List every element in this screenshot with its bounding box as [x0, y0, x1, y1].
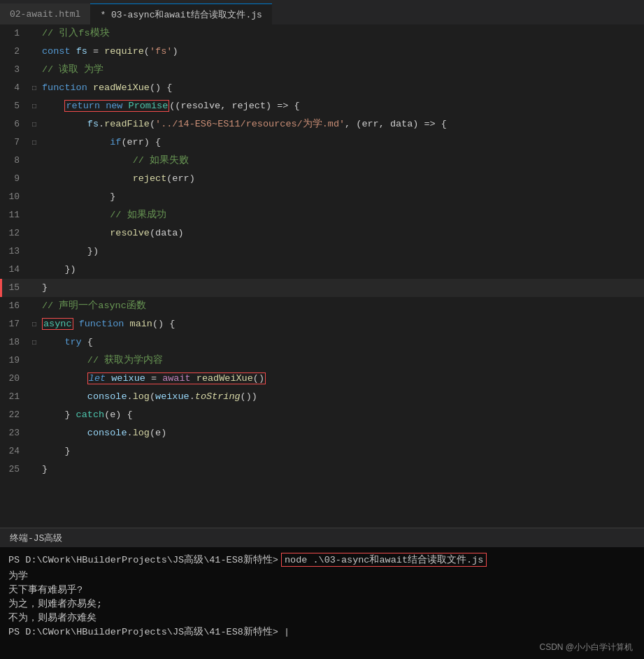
- line-number-23: 23: [0, 424, 29, 442]
- code-line-23: 23 console.log(e): [0, 424, 644, 442]
- code-line-22: 22 } catch(e) {: [0, 406, 644, 424]
- line-number-14: 14: [0, 261, 29, 279]
- tab-02-await[interactable]: 02-await.html: [0, 3, 90, 24]
- code-line-10: 10 }: [0, 188, 644, 206]
- line-number-22: 22: [0, 406, 29, 424]
- terminal-output-line-2: 为之，则难者亦易矣;: [8, 598, 636, 610]
- code-content-5: return new Promise((resolve, reject) => …: [39, 97, 644, 115]
- code-line-21: 21 console.log(weixue.toString()): [0, 388, 644, 406]
- terminal-output-line-1: 天下事有难易乎?: [8, 584, 636, 596]
- code-line-6: 6□ fs.readFile('../14-ES6~ES11/resources…: [0, 115, 644, 133]
- code-content-22: } catch(e) {: [39, 406, 644, 424]
- line-number-12: 12: [0, 224, 29, 242]
- line-number-1: 1: [0, 24, 29, 43]
- code-content-1: // 引入fs模块: [39, 24, 644, 43]
- code-content-2: const fs = require('fs'): [39, 43, 644, 61]
- line-number-7: 7: [0, 133, 29, 152]
- code-content-3: // 读取 为学: [39, 61, 644, 79]
- code-line-9: 9 reject(err): [0, 170, 644, 188]
- line-number-4: 4: [0, 79, 29, 97]
- watermark: CSDN @小小白学计算机: [539, 642, 633, 653]
- code-content-13: }): [39, 242, 644, 261]
- code-line-4: 4□function readWeiXue() {: [0, 79, 644, 97]
- code-line-25: 25}: [0, 461, 644, 479]
- line-number-2: 2: [0, 43, 29, 61]
- code-line-15: 15}: [0, 279, 644, 297]
- async-box: async: [42, 318, 73, 330]
- terminal-output-line-4: PS D:\CWork\HBuilderProjects\JS高级\41-ES8…: [8, 625, 636, 638]
- fold-icon-5[interactable]: □: [29, 103, 39, 110]
- code-line-8: 8 // 如果失败: [0, 152, 644, 170]
- code-line-11: 11 // 如果成功: [0, 206, 644, 224]
- terminal-prompt: PS D:\CWork\HBuilderProjects\JS高级\41-ES8…: [8, 553, 278, 566]
- code-line-3: 3// 读取 为学: [0, 61, 644, 79]
- fold-icon-6[interactable]: □: [29, 121, 39, 129]
- code-content-19: // 获取为学内容: [39, 352, 644, 370]
- code-line-17: 17□async function main() {: [0, 315, 644, 333]
- code-line-20: 20 let weixue = await readWeiXue(): [0, 370, 644, 388]
- code-content-4: function readWeiXue() {: [39, 79, 644, 97]
- code-line-12: 12 resolve(data): [0, 224, 644, 242]
- code-line-16: 16// 声明一个async函数: [0, 297, 644, 315]
- line-number-3: 3: [0, 61, 29, 79]
- terminal-bar: 终端-JS高级: [0, 528, 644, 547]
- line-number-6: 6: [0, 115, 29, 133]
- line-number-21: 21: [0, 388, 29, 406]
- line-number-20: 20: [0, 370, 29, 388]
- code-line-24: 24 }: [0, 442, 644, 461]
- tab-bar: 02-await.html * 03-async和await结合读取文件.js: [0, 0, 644, 24]
- code-content-8: // 如果失败: [39, 152, 644, 170]
- bottom-wrapper: 终端-JS高级 PS D:\CWork\HBuilderProjects\JS高…: [0, 528, 644, 659]
- terminal-output-line-0: 为学: [8, 570, 636, 582]
- editor: 1// 引入fs模块2const fs = require('fs')3// 读…: [0, 24, 644, 528]
- code-content-12: resolve(data): [39, 224, 644, 242]
- line-number-15: 15: [0, 279, 29, 297]
- code-content-18: try {: [39, 333, 644, 352]
- tab-03-async[interactable]: * 03-async和await结合读取文件.js: [90, 3, 271, 24]
- line-number-11: 11: [0, 206, 29, 224]
- terminal-output-line-3: 不为，则易者亦难矣: [8, 611, 636, 624]
- line-number-24: 24: [0, 442, 29, 461]
- line-number-9: 9: [0, 170, 29, 188]
- line-number-25: 25: [0, 461, 29, 479]
- terminal-command-box: node .\03-async和await结合读取文件.js: [281, 553, 487, 567]
- code-content-23: console.log(e): [39, 424, 644, 442]
- code-content-24: }: [39, 442, 644, 461]
- code-line-19: 19 // 获取为学内容: [0, 352, 644, 370]
- code-line-7: 7□ if(err) {: [0, 133, 644, 152]
- line-number-17: 17: [0, 315, 29, 333]
- code-content-14: }): [39, 261, 644, 279]
- code-line-5: 5□ return new Promise((resolve, reject) …: [0, 97, 644, 115]
- code-content-21: console.log(weixue.toString()): [39, 388, 644, 406]
- code-content-7: if(err) {: [39, 133, 644, 152]
- code-content-25: }: [39, 461, 644, 479]
- code-line-13: 13 }): [0, 242, 644, 261]
- fold-icon-4[interactable]: □: [29, 85, 39, 92]
- fold-icon-17[interactable]: □: [29, 321, 39, 328]
- code-line-14: 14 }): [0, 261, 644, 279]
- code-content-20: let weixue = await readWeiXue(): [39, 370, 644, 388]
- code-content-10: }: [39, 188, 644, 206]
- code-content-15: }: [39, 279, 644, 297]
- code-line-1: 1// 引入fs模块: [0, 24, 644, 43]
- code-content-9: reject(err): [39, 170, 644, 188]
- code-content-16: // 声明一个async函数: [39, 297, 644, 315]
- line-number-18: 18: [0, 333, 29, 352]
- code-content-11: // 如果成功: [39, 206, 644, 224]
- code-content-6: fs.readFile('../14-ES6~ES11/resources/为学…: [39, 115, 644, 133]
- code-line-18: 18□ try {: [0, 333, 644, 352]
- line-number-19: 19: [0, 352, 29, 370]
- line-number-13: 13: [0, 242, 29, 261]
- fold-icon-18[interactable]: □: [29, 339, 39, 347]
- line-number-8: 8: [0, 152, 29, 170]
- line-number-16: 16: [0, 297, 29, 315]
- let-await-box: let weixue = await readWeiXue(): [87, 372, 266, 384]
- fold-icon-7[interactable]: □: [29, 139, 39, 147]
- line-number-10: 10: [0, 188, 29, 206]
- code-line-2: 2const fs = require('fs'): [0, 43, 644, 61]
- terminal-command-line: PS D:\CWork\HBuilderProjects\JS高级\41-ES8…: [8, 553, 636, 567]
- terminal-tab-label[interactable]: 终端-JS高级: [10, 532, 62, 544]
- return-new-promise-box: return new Promise: [64, 100, 169, 112]
- line-number-5: 5: [0, 97, 29, 115]
- code-content-17: async function main() {: [39, 315, 644, 333]
